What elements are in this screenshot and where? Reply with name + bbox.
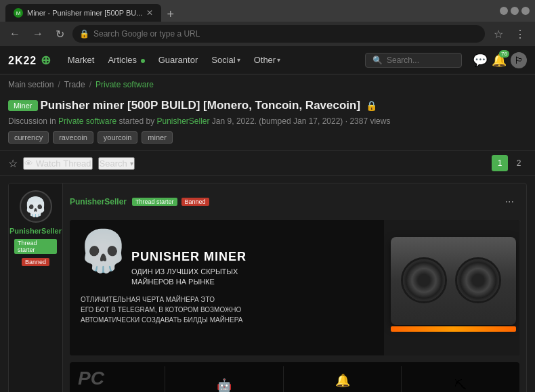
meta-user-link[interactable]: PunisherSeller xyxy=(156,116,209,126)
lock-icon: 🔒 xyxy=(79,29,89,39)
maximize-button[interactable] xyxy=(511,7,519,15)
banner-skull: 💀 xyxy=(78,227,129,275)
banner-desc: ОТЛИЧИТЕЛЬНАЯ ЧЕРТА МАЙНЕРА ЭТО ЕГО БОТ … xyxy=(81,295,373,325)
logo-icon: ⊕ xyxy=(41,53,51,67)
search-input[interactable] xyxy=(387,56,454,65)
nav-other[interactable]: Other ▾ xyxy=(249,52,286,68)
thread-actions: ☆ 👁 Watch Thread Search ▾ 1 2 xyxy=(0,150,535,176)
breadcrumb-main[interactable]: Main section xyxy=(8,80,53,89)
logo-pc: PC xyxy=(78,368,104,389)
gpu-fans xyxy=(401,257,501,303)
post-more-button[interactable]: ··· xyxy=(500,190,519,213)
other-chevron: ▾ xyxy=(277,56,280,64)
post-banned-badge: Banned xyxy=(181,198,209,206)
notification-badge: 76 xyxy=(499,50,509,58)
close-button[interactable] xyxy=(521,7,530,15)
gpu-fan-1 xyxy=(401,257,447,303)
active-tab[interactable]: M Miner - Punisher miner [500P BU... ✕ xyxy=(5,4,161,22)
title-bar: M Miner - Punisher miner [500P BU... ✕ + xyxy=(0,0,535,22)
banner-title: PUNISHER MINER xyxy=(131,251,373,264)
articles-dot xyxy=(141,59,145,63)
post-title: Punisher miner [500P BUILD] [Monero, Ton… xyxy=(41,99,378,112)
post-card: 💀 PunisherSeller Thread starter Banned P… xyxy=(8,183,527,392)
meta-discussion: Discussion in xyxy=(8,116,56,126)
post-meta: Discussion in Private software started b… xyxy=(8,116,527,126)
nav-social[interactable]: Social ▾ xyxy=(206,52,245,68)
meta-tags: currency ravecoin yourcoin miner xyxy=(8,131,527,144)
tag-currency[interactable]: currency xyxy=(8,131,49,144)
meta-forum-link[interactable]: Private software xyxy=(58,116,116,126)
meta-date: Jan 9, 2022. xyxy=(212,116,257,126)
back-button[interactable]: ← xyxy=(5,25,24,43)
feature-3: ⛏ МАЙНИНГ MONERO, TONCOIN, RAVECOIN xyxy=(401,366,519,392)
page-navigation: 1 2 xyxy=(492,155,527,171)
social-chevron: ▾ xyxy=(237,56,240,64)
page-1-button[interactable]: 1 xyxy=(492,155,508,171)
url-input[interactable] xyxy=(93,29,478,39)
site-wrapper: 2K22 ⊕ Market Articles Guarantor Social … xyxy=(0,46,535,392)
breadcrumb-sep-2: / xyxy=(89,80,91,89)
search-thread-button[interactable]: Search ▾ xyxy=(98,157,135,170)
watch-icon: 👁 xyxy=(24,158,33,169)
tab-title: Miner - Punisher miner [500P BU... xyxy=(27,9,142,17)
forward-button[interactable]: → xyxy=(28,25,47,43)
search-box[interactable]: 🔍 xyxy=(365,53,462,68)
lock-icon: 🔒 xyxy=(366,100,377,111)
post-badges: Thread starter Banned xyxy=(132,198,209,206)
site-logo[interactable]: 2K22 ⊕ xyxy=(8,53,51,68)
header-icons: 💬 🔔 76 🏳 xyxy=(473,52,527,68)
gpu-fan-2 xyxy=(455,257,501,303)
notifications-icon[interactable]: 🔔 76 xyxy=(492,53,507,68)
post-area: 💀 PunisherSeller Thread starter Banned P… xyxy=(0,176,535,392)
tag-ravecoin[interactable]: ravecoin xyxy=(53,131,93,144)
logo-background: PC xyxy=(78,368,104,389)
author-name[interactable]: PunisherSeller xyxy=(9,227,62,235)
post-banner: 💀 PUNISHER MINER ОДИН ИЗ ЛУЧШИХ СКРЫТЫХМ… xyxy=(70,220,519,355)
nav-articles[interactable]: Articles xyxy=(102,52,150,68)
feature-1: 🤖 АВТО БИЛД В TELEGRAM БОТЕ xyxy=(165,366,283,392)
tag-yourcoin[interactable]: yourcoin xyxy=(98,131,138,144)
nav-icons: ☆ ⋮ xyxy=(489,24,530,43)
bookmark-button[interactable]: ☆ xyxy=(489,24,508,43)
meta-views: 2387 views xyxy=(349,116,390,126)
post-starter-badge: Thread starter xyxy=(132,198,177,206)
tab-close-button[interactable]: ✕ xyxy=(146,8,153,18)
breadcrumb-trade[interactable]: Trade xyxy=(64,80,85,89)
tab-area: M Miner - Punisher miner [500P BU... ✕ + xyxy=(5,0,179,22)
nav-guarantor[interactable]: Guarantor xyxy=(153,52,204,68)
post-header-row: PunisherSeller Thread starter Banned ··· xyxy=(70,190,519,213)
new-tab-button[interactable]: + xyxy=(161,7,179,22)
meta-started: started by xyxy=(119,116,156,126)
breadcrumb: Main section / Trade / Private software xyxy=(0,74,535,95)
nav-bar: ← → ↻ 🔒 ☆ ⋮ xyxy=(0,22,535,46)
minimize-button[interactable] xyxy=(500,7,508,15)
user-avatar[interactable]: 🏳 xyxy=(511,52,527,68)
banner-left: 💀 PUNISHER MINER ОДИН ИЗ ЛУЧШИХ СКРЫТЫХМ… xyxy=(70,220,384,355)
chat-icon[interactable]: 💬 xyxy=(473,53,488,68)
banner-text: PUNISHER MINER ОДИН ИЗ ЛУЧШИХ СКРЫТЫХМАЙ… xyxy=(131,251,373,288)
breadcrumb-current[interactable]: Private software xyxy=(95,80,154,89)
bottom-banner: 🎮 PC risk.com 🤖 АВТО БИЛД В TELEGRAM БОТ… xyxy=(70,362,519,392)
feature-3-icon: ⛏ xyxy=(410,378,511,393)
search-chevron: ▾ xyxy=(130,160,133,167)
post-title-area: Miner Punisher miner [500P BUILD] [Moner… xyxy=(0,95,535,150)
feature-2: 🔔 УВЕДОМЛЕНИЯ О НОВЫХ ЗАПУСКАХ МАЙНЕРА В… xyxy=(283,366,402,392)
site-search: 🔍 xyxy=(365,53,462,68)
thread-starter-badge: Thread starter xyxy=(14,239,57,254)
nav-market[interactable]: Market xyxy=(62,52,100,68)
address-bar[interactable]: 🔒 xyxy=(72,25,485,43)
reload-button[interactable]: ↻ xyxy=(51,25,68,43)
page-2-button[interactable]: 2 xyxy=(511,155,527,171)
breadcrumb-sep-1: / xyxy=(58,80,60,89)
tag-miner[interactable]: miner xyxy=(142,131,173,144)
site-header: 2K22 ⊕ Market Articles Guarantor Social … xyxy=(0,46,535,74)
tab-favicon: M xyxy=(14,8,23,18)
more-options-button[interactable]: ⋮ xyxy=(511,24,530,43)
star-button[interactable]: ☆ xyxy=(8,157,18,170)
browser-chrome: M Miner - Punisher miner [500P BU... ✕ +… xyxy=(0,0,535,46)
feature-2-icon: 🔔 xyxy=(292,373,393,388)
watch-thread-button[interactable]: 👁 Watch Thread xyxy=(23,157,93,170)
post-author-username[interactable]: PunisherSeller xyxy=(70,197,127,206)
feature-3-content: ⛏ МАЙНИНГ MONERO, TONCOIN, RAVECOIN xyxy=(410,378,511,393)
category-tag[interactable]: Miner xyxy=(8,100,38,111)
